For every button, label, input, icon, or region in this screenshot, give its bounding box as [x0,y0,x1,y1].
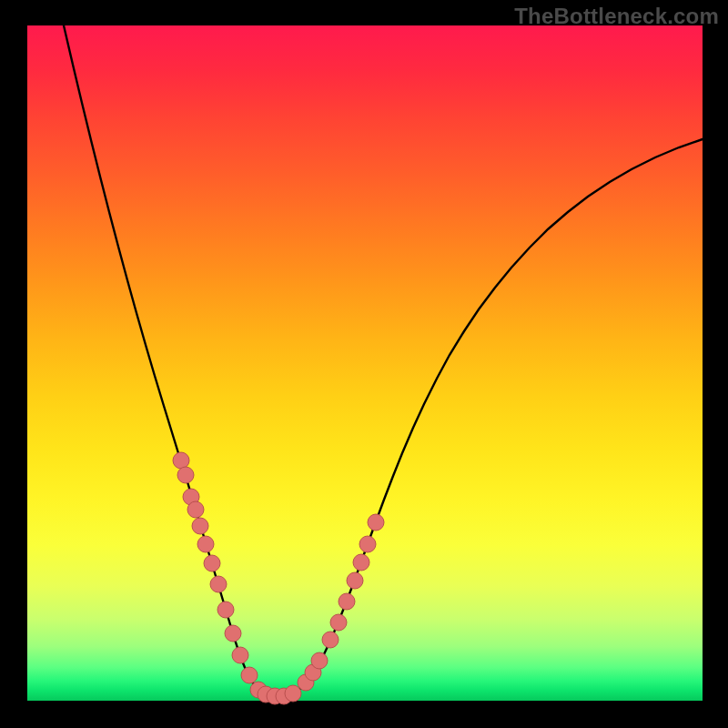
highlight-dot [173,452,189,469]
highlight-dot [177,467,194,483]
highlight-dot [311,652,328,669]
highlight-dot [210,576,227,592]
watermark-text: TheBottleneck.com [514,4,719,29]
highlight-dot [322,632,339,648]
highlight-dot [197,536,214,552]
highlight-dot [217,602,234,618]
highlight-dot [232,647,248,663]
highlight-dots [173,452,384,704]
highlight-dot [368,514,384,531]
highlight-dot [192,518,208,534]
highlight-dot [359,536,376,552]
highlight-dot [353,554,369,571]
highlight-dot [241,667,258,683]
highlight-dot [285,685,301,702]
bottleneck-curve [64,25,703,696]
highlight-dot [187,501,204,518]
outer-frame: TheBottleneck.com [0,0,728,728]
highlight-dot [225,625,241,642]
highlight-dot [339,593,355,610]
chart-svg [27,25,703,701]
highlight-dot [330,614,347,631]
highlight-dot [204,555,220,571]
highlight-dot [347,572,363,589]
